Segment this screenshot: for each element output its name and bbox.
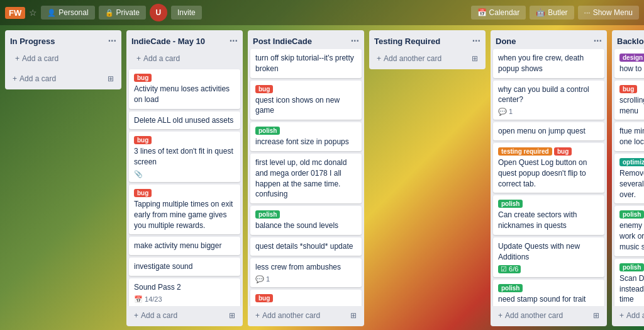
cards-container-post-indiecade: turn off skip tutorial--it's pretty brok… [248,49,364,306]
cards-container-done: when you fire crew, death popup showswhy… [491,49,607,306]
plus-icon: + [134,311,138,320]
board: In Progress···+ Add a card+ Add a card⊞I… [0,25,644,330]
add-card-bottom-post-indiecade[interactable]: + Add another card⊞ [250,307,362,324]
card-text: Update Quests with new Additions [498,241,599,263]
badge-polish: polish [619,263,644,271]
list-item[interactable]: bug quest icon shows on new game [250,81,362,120]
butler-button[interactable]: 🤖 Butler [530,6,574,20]
copy-card-icon[interactable]: ⊞ [593,311,599,320]
card-text: Activity menu loses activities on load [134,84,235,105]
list-item[interactable]: polish Can create sectors with nicknames… [493,195,604,235]
list-item[interactable]: polish Scan Doesn't Have a timeout inste… [614,259,644,306]
column-header-backlog: Backlog··· [612,30,644,49]
column-done: Done···when you fire crew, death popup s… [491,30,607,326]
list-item[interactable]: design needed how to deal with xp cap? [614,49,644,78]
list-item[interactable]: optimization Remove Pod is being called … [614,154,644,203]
column-title-in-progress: In Progress [10,37,55,46]
calendar-button[interactable]: 📅 Calendar [471,6,526,20]
column-header-indiecade: IndieCade - May 10··· [126,30,243,49]
card-text: investigate sound [134,261,235,272]
column-header-testing-required: Testing Required··· [369,30,486,49]
copy-card-icon[interactable]: ⊞ [472,54,478,63]
column-header-done: Done··· [491,30,607,49]
list-item[interactable]: ftue mining signal only has one location [614,122,644,151]
card-comments: 💬 1 [255,275,270,283]
add-card-top-in-progress[interactable]: + Add a card [10,50,116,67]
copy-card-icon[interactable]: ⊞ [350,311,357,320]
column-menu-done[interactable]: ··· [594,35,602,47]
add-card-bottom-indiecade[interactable]: + Add a card⊞ [129,307,240,324]
personal-button[interactable]: 👤 Personal [41,6,94,20]
list-item[interactable]: polish need stamp sound for trait select… [493,280,604,306]
card-meta: ☑ 6/6 [498,265,599,273]
cards-container-backlog: design needed how to deal with xp cap?bu… [612,49,644,306]
list-item[interactable]: polish balance the sound levels [250,206,362,235]
badge-bug: bug [255,85,273,93]
add-card-bottom-in-progress[interactable]: + Add a card⊞ [8,71,119,87]
card-progress: ☑ 6/6 [498,265,521,273]
column-header-in-progress: In Progress··· [5,30,121,49]
list-item[interactable]: make activity menu bigger [129,237,240,255]
card-text: Open Quest Log button on quest popup doe… [498,157,599,189]
card-text: how to deal with xp cap? [619,64,644,74]
card-text: mine game attack button isn't active whe… [255,304,357,306]
add-card-bottom-done[interactable]: + Add another card⊞ [493,307,604,324]
plus-icon: + [13,74,17,83]
badge-bug: bug [619,85,637,93]
list-item[interactable]: polish increase font size in popups [250,122,362,151]
card-text: Remove Pod is being called several times… [619,168,644,200]
list-item[interactable]: Sound Pass 2📅 14/23 [129,278,240,306]
list-item[interactable]: less crew from ambushes💬 1 [250,258,362,287]
list-item[interactable]: polish enemy appear sound doesn't work o… [614,206,644,256]
list-item[interactable]: testing required bug Open Quest Log butt… [493,143,604,193]
column-title-backlog: Backlog [617,37,644,46]
copy-card-icon[interactable]: ⊞ [108,74,114,83]
list-item[interactable]: open menu on jump quest [493,122,604,140]
column-menu-indiecade[interactable]: ··· [230,35,238,47]
badge-bug: bug [134,74,152,82]
list-item[interactable]: Update Quests with new Additions☑ 6/6 [493,237,604,277]
list-item[interactable]: bug Activity menu loses activities on lo… [129,69,240,109]
show-menu-button[interactable]: ··· Show Menu [578,6,639,20]
column-title-indiecade: IndieCade - May 10 [131,37,205,46]
list-item[interactable]: Delete ALL old unused assets [129,111,240,130]
list-item[interactable]: quest details *should* update [250,237,362,256]
list-item[interactable]: why can you build a control center?💬 1 [493,81,604,120]
column-title-testing-required: Testing Required [374,37,440,46]
card-text: turn off skip tutorial--it's pretty brok… [255,53,357,74]
list-item[interactable]: turn off skip tutorial--it's pretty brok… [250,49,362,78]
list-item[interactable]: bug Tapping multiple times on exit early… [129,185,240,234]
card-meta: 💬 1 [498,108,599,116]
add-card-bottom-backlog[interactable]: + Add another card⊞ [614,307,644,324]
list-item[interactable]: first level up, old mc donald and mega o… [250,154,362,203]
list-item[interactable]: bug mine game attack button isn't active… [250,290,362,306]
add-card-top-indiecade[interactable]: + Add a card [131,50,238,67]
card-text: enemy appear sound doesn't work or delay… [619,220,644,252]
column-menu-testing-required[interactable]: ··· [472,35,480,47]
card-attachment: 📎 [134,170,235,178]
column-menu-post-indiecade[interactable]: ··· [351,35,359,47]
card-text: 3 lines of text don't fit in quest scree… [134,146,235,168]
card-text: first level up, old mc donald and mega o… [255,157,357,200]
list-item[interactable]: bug scrolling is broken on activity menu [614,81,644,120]
add-card-bottom-testing-required[interactable]: + Add another card⊞ [372,50,483,67]
column-title-done: Done [496,37,516,46]
column-in-progress: In Progress···+ Add a card+ Add a card⊞ [5,30,121,89]
star-icon[interactable]: ☆ [29,8,37,18]
card-text: Delete ALL old unused assets [134,115,235,126]
invite-button[interactable]: Invite [171,6,202,20]
private-button[interactable]: 🔒 Private [99,6,146,20]
list-item[interactable]: investigate sound [129,258,240,276]
card-text: make activity menu bigger [134,241,235,251]
copy-card-icon[interactable]: ⊞ [229,311,235,320]
list-item[interactable]: when you fire crew, death popup shows [493,49,604,78]
card-text: Tapping multiple times on exit early fro… [134,199,235,230]
badge-polish: polish [255,127,280,135]
list-item[interactable]: bug 3 lines of text don't fit in quest s… [129,132,240,182]
header: FW ☆ 👤 Personal 🔒 Private U Invite 📅 Cal… [0,0,644,25]
card-text: Can create sectors with nicknames in que… [498,210,599,231]
card-text: quest icon shows on new game [255,95,357,117]
card-text: Scan Doesn't Have a timeout instead scan… [619,273,644,305]
card-text: need stamp sound for trait selected, not… [498,294,599,306]
column-menu-in-progress[interactable]: ··· [108,35,116,47]
